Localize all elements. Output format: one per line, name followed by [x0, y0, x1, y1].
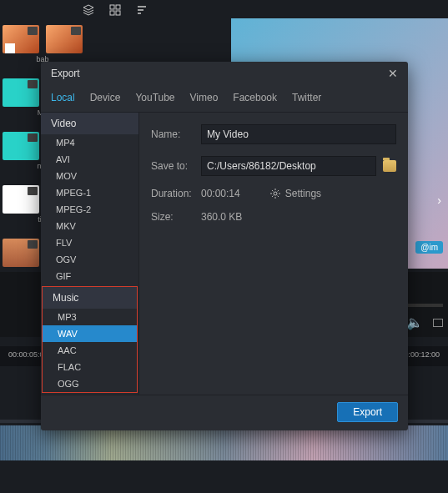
svg-rect-0 — [110, 5, 114, 9]
snapshot-icon[interactable] — [433, 319, 443, 327]
tab-twitter[interactable]: Twitter — [292, 92, 321, 103]
format-aac[interactable]: AAC — [43, 342, 137, 359]
close-icon[interactable]: ✕ — [388, 67, 398, 80]
format-flac[interactable]: FLAC — [43, 359, 137, 375]
svg-rect-1 — [116, 5, 120, 9]
browse-folder-icon[interactable] — [383, 160, 396, 172]
name-label: Name: — [151, 128, 201, 140]
svg-rect-3 — [116, 11, 120, 15]
audio-icon — [28, 133, 38, 142]
svg-rect-2 — [110, 11, 114, 15]
watermark-badge — [5, 43, 15, 53]
format-ogv[interactable]: OGV — [41, 251, 138, 268]
saveto-input[interactable] — [201, 156, 376, 176]
tab-device[interactable]: Device — [90, 92, 121, 103]
size-value: 360.0 KB — [201, 211, 242, 223]
name-input[interactable] — [201, 124, 396, 144]
format-mkv[interactable]: MKV — [41, 218, 138, 234]
format-ogg[interactable]: OGG — [43, 375, 137, 392]
chevron-right-icon[interactable]: › — [437, 194, 441, 207]
format-gif[interactable]: GIF — [41, 268, 138, 284]
tab-facebook[interactable]: Facebook — [233, 92, 277, 103]
format-mp4[interactable]: MP4 — [41, 134, 138, 151]
format-avi[interactable]: AVI — [41, 151, 138, 168]
svg-point-4 — [274, 192, 277, 195]
group-music-header[interactable]: Music — [43, 287, 137, 309]
tab-vimeo[interactable]: Vimeo — [190, 92, 219, 103]
format-mpeg1[interactable]: MPEG-1 — [41, 184, 138, 201]
media-thumb[interactable] — [3, 132, 39, 160]
sort-icon[interactable] — [136, 4, 148, 16]
watermark-tag: @im — [415, 241, 443, 254]
filmstrip-icon — [71, 27, 81, 35]
duration-label: Duration: — [151, 188, 201, 199]
size-label: Size: — [151, 211, 201, 223]
settings-label: Settings — [285, 188, 321, 199]
tab-youtube[interactable]: YouTube — [135, 92, 174, 103]
saveto-label: Save to: — [151, 160, 201, 172]
timeline-clip[interactable] — [0, 425, 448, 460]
gear-icon — [270, 189, 280, 199]
export-button[interactable]: Export — [337, 402, 398, 422]
format-sidebar: Video MP4 AVI MOV MPEG-1 MPEG-2 MKV FLV … — [41, 113, 139, 395]
export-form: Name: Save to: Duration: 00:00:14 Settin… — [139, 113, 408, 395]
toolbar — [83, 4, 148, 16]
dialog-title: Export — [51, 68, 80, 79]
duration-value: 00:00:14 — [201, 188, 240, 199]
volume-icon[interactable]: 🔈 — [406, 314, 423, 330]
group-video-header[interactable]: Video — [41, 113, 138, 134]
format-mpeg2[interactable]: MPEG-2 — [41, 201, 138, 218]
grid-icon[interactable] — [109, 4, 121, 16]
filmstrip-icon — [28, 187, 38, 195]
media-thumb[interactable] — [3, 185, 39, 214]
filmstrip-icon — [28, 80, 38, 88]
format-mov[interactable]: MOV — [41, 168, 138, 184]
filmstrip-icon — [28, 240, 38, 249]
export-dialog: Export ✕ Local Device YouTube Vimeo Face… — [41, 62, 408, 430]
format-mp3[interactable]: MP3 — [43, 309, 137, 325]
music-group-highlight: Music MP3 WAV AAC FLAC OGG — [42, 286, 138, 393]
media-thumb[interactable] — [3, 239, 39, 267]
export-tabs: Local Device YouTube Vimeo Facebook Twit… — [41, 85, 408, 113]
format-flv[interactable]: FLV — [41, 234, 138, 251]
media-thumb[interactable] — [3, 78, 39, 107]
tab-local[interactable]: Local — [51, 92, 75, 103]
media-thumb[interactable] — [46, 25, 83, 53]
layers-icon[interactable] — [83, 4, 94, 16]
format-wav[interactable]: WAV — [43, 325, 137, 342]
media-thumb[interactable] — [3, 25, 39, 53]
settings-button[interactable]: Settings — [270, 188, 321, 199]
filmstrip-icon — [28, 27, 38, 35]
